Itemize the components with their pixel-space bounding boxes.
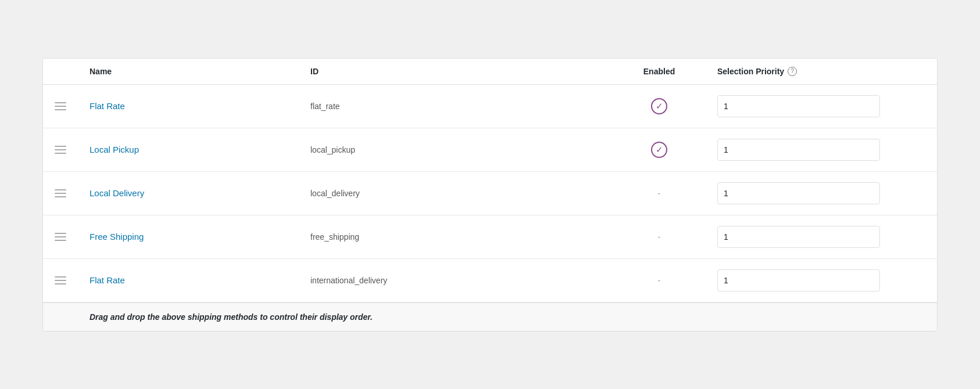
header-drag bbox=[55, 67, 90, 76]
table-row: Flat Rate flat_rate ✓ bbox=[43, 85, 937, 128]
row-id-free-shipping: free_shipping bbox=[310, 232, 601, 242]
row-priority-free-shipping bbox=[717, 226, 925, 248]
row-priority-flat-rate-1 bbox=[717, 95, 925, 117]
header-priority: Selection Priority ? bbox=[717, 67, 925, 76]
row-name-local-delivery[interactable]: Local Delivery bbox=[90, 188, 310, 198]
drag-handle[interactable] bbox=[55, 189, 66, 197]
row-id-flat-rate-1: flat_rate bbox=[310, 102, 601, 111]
priority-input-local-delivery[interactable] bbox=[717, 182, 880, 204]
disabled-dash: - bbox=[657, 232, 660, 242]
table-row: Local Pickup local_pickup ✓ bbox=[43, 128, 937, 172]
drag-handle[interactable] bbox=[55, 102, 66, 110]
row-enabled-local-pickup: ✓ bbox=[601, 142, 717, 158]
header-enabled: Enabled bbox=[601, 67, 717, 76]
table-footer: Drag and drop the above shipping methods… bbox=[43, 302, 937, 331]
priority-input-flat-rate-1[interactable] bbox=[717, 95, 880, 117]
disabled-dash: - bbox=[657, 188, 660, 198]
row-id-local-pickup: local_pickup bbox=[310, 145, 601, 154]
priority-input-free-shipping[interactable] bbox=[717, 226, 880, 248]
row-enabled-free-shipping: - bbox=[601, 232, 717, 242]
row-name-flat-rate-1[interactable]: Flat Rate bbox=[90, 101, 310, 111]
table-row: Local Delivery local_delivery - bbox=[43, 172, 937, 215]
row-name-local-pickup[interactable]: Local Pickup bbox=[90, 145, 310, 154]
row-id-flat-rate-2: international_delivery bbox=[310, 276, 601, 285]
row-id-local-delivery: local_delivery bbox=[310, 189, 601, 198]
row-name-flat-rate-2[interactable]: Flat Rate bbox=[90, 275, 310, 285]
table-row: Flat Rate international_delivery - bbox=[43, 259, 937, 302]
header-name: Name bbox=[90, 67, 310, 76]
row-enabled-local-delivery: - bbox=[601, 188, 717, 199]
row-priority-local-pickup bbox=[717, 139, 925, 161]
row-enabled-flat-rate-2: - bbox=[601, 275, 717, 286]
enabled-check-icon: ✓ bbox=[651, 98, 667, 114]
drag-handle[interactable] bbox=[55, 146, 66, 154]
footer-note: Drag and drop the above shipping methods… bbox=[90, 312, 890, 322]
row-priority-flat-rate-2 bbox=[717, 269, 925, 291]
drag-handle[interactable] bbox=[55, 276, 66, 284]
row-priority-local-delivery bbox=[717, 182, 925, 204]
table-row: Free Shipping free_shipping - bbox=[43, 215, 937, 259]
priority-input-local-pickup[interactable] bbox=[717, 139, 880, 161]
row-enabled-flat-rate-1: ✓ bbox=[601, 98, 717, 114]
priority-input-flat-rate-2[interactable] bbox=[717, 269, 880, 291]
shipping-methods-table: Name ID Enabled Selection Priority ? Fla… bbox=[42, 58, 938, 332]
drag-handle[interactable] bbox=[55, 233, 66, 241]
row-name-free-shipping[interactable]: Free Shipping bbox=[90, 232, 310, 242]
enabled-check-icon: ✓ bbox=[651, 142, 667, 158]
priority-help-icon[interactable]: ? bbox=[788, 67, 797, 76]
header-id: ID bbox=[310, 67, 601, 76]
table-header: Name ID Enabled Selection Priority ? bbox=[43, 59, 937, 85]
disabled-dash: - bbox=[657, 275, 660, 285]
